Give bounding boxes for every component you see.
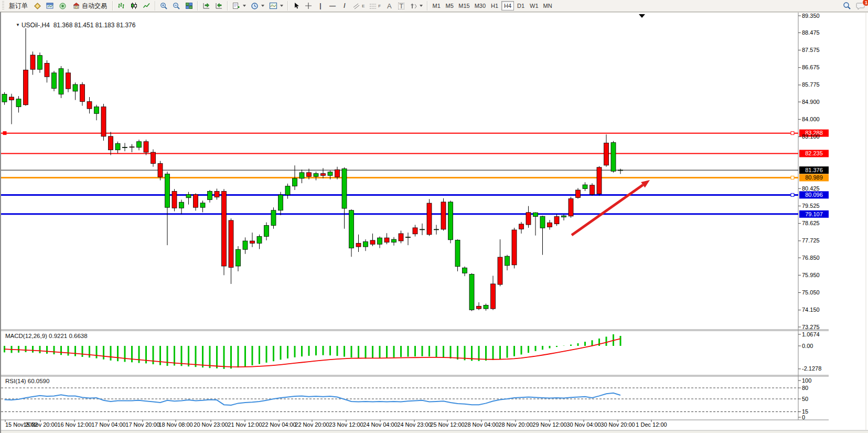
periods-button[interactable] xyxy=(249,1,266,11)
label-tool[interactable]: T xyxy=(395,1,407,11)
line-chart-icon[interactable] xyxy=(141,1,153,11)
svg-text:22 Nov 04:00: 22 Nov 04:00 xyxy=(262,421,296,428)
svg-text:86.675: 86.675 xyxy=(802,64,820,70)
crosshair-tool[interactable] xyxy=(303,1,314,11)
svg-text:17 Nov 20:00: 17 Nov 20:00 xyxy=(125,421,159,428)
svg-text:30 Nov 04:00: 30 Nov 04:00 xyxy=(566,421,601,428)
svg-text:73.275: 73.275 xyxy=(802,324,820,330)
svg-text:21 Nov 12:00: 21 Nov 12:00 xyxy=(228,421,262,428)
autotrade-button[interactable]: 自动交易 xyxy=(69,1,110,11)
svg-text:77.725: 77.725 xyxy=(802,237,820,244)
auto-scroll-icon[interactable] xyxy=(200,1,212,11)
bar-chart-icon[interactable] xyxy=(115,1,127,11)
svg-text:29 Nov 12:00: 29 Nov 12:00 xyxy=(532,421,566,428)
fibonacci-label: F xyxy=(378,4,381,8)
timeframe-W1[interactable]: W1 xyxy=(528,1,541,10)
toolbar-separator xyxy=(227,1,228,10)
svg-text:85.775: 85.775 xyxy=(802,81,820,88)
rsi-label: RSI(14) 60.0590 xyxy=(5,378,49,384)
line-handle[interactable] xyxy=(3,132,6,135)
shapes-icon xyxy=(410,3,417,9)
toolbar-grip xyxy=(2,1,4,10)
chart-title: ▼USOil-,H4 81.368 81.451 81.183 81.376 xyxy=(5,14,135,36)
candlestick-icon[interactable] xyxy=(128,1,140,11)
timeframe-H4[interactable]: H4 xyxy=(501,1,514,10)
svg-text:75.050: 75.050 xyxy=(802,289,820,295)
svg-text:75.950: 75.950 xyxy=(802,272,820,278)
crosshair-icon xyxy=(305,2,312,9)
svg-text:25 Nov 12:00: 25 Nov 12:00 xyxy=(430,421,464,428)
tile-windows-icon[interactable] xyxy=(183,1,195,11)
chevron-down-icon xyxy=(261,5,264,7)
svg-text:24 Nov 23:00: 24 Nov 23:00 xyxy=(397,421,431,428)
text-icon: A xyxy=(387,2,392,10)
zoom-in-icon[interactable] xyxy=(158,1,170,11)
svg-text:87.575: 87.575 xyxy=(802,47,820,53)
trendline-icon: / xyxy=(344,2,345,9)
chart-shift-icon[interactable] xyxy=(213,1,225,11)
scroll-shift-marker-icon xyxy=(639,14,645,18)
line-handle[interactable] xyxy=(791,132,794,135)
macd-panel: 1.06740.00-2.1278 xyxy=(5,331,822,372)
svg-text:0: 0 xyxy=(802,414,805,420)
timeframe-H1[interactable]: H1 xyxy=(488,1,501,10)
timeframe-M1[interactable]: M1 xyxy=(430,1,443,10)
time-axis[interactable]: 15 Nov 202215 Nov 20:0016 Nov 12:0017 No… xyxy=(5,420,667,428)
data-window-icon[interactable] xyxy=(44,1,56,11)
svg-text:17 Nov 04:00: 17 Nov 04:00 xyxy=(91,421,125,428)
text-tool[interactable]: A xyxy=(383,1,395,11)
svg-text:79.107: 79.107 xyxy=(805,211,823,217)
svg-text:80.425: 80.425 xyxy=(802,185,820,192)
svg-text:88.475: 88.475 xyxy=(802,29,820,36)
line-handle[interactable] xyxy=(791,176,794,179)
chat-badge[interactable]: 1 xyxy=(862,0,868,6)
channel-label: E xyxy=(362,4,365,8)
svg-text:80.096: 80.096 xyxy=(805,192,823,198)
line-handle[interactable] xyxy=(791,193,794,196)
search-icon[interactable] xyxy=(841,1,853,11)
horizontal-lines-layer[interactable]: 83.28882.23581.37680.98980.09679.107 xyxy=(1,130,829,218)
cursor-tool[interactable] xyxy=(291,1,302,11)
channel-icon xyxy=(353,3,360,9)
channel-tool[interactable]: E xyxy=(351,1,367,11)
new-chart-button[interactable] xyxy=(230,1,248,11)
market-watch-icon[interactable] xyxy=(31,1,44,11)
fibonacci-tool[interactable]: F xyxy=(367,1,383,11)
chart-window[interactable]: 83.28882.23581.37680.98980.09679.107 89.… xyxy=(0,12,868,433)
svg-text:30 Nov 20:00: 30 Nov 20:00 xyxy=(601,421,635,428)
toolbar-separator xyxy=(287,1,288,10)
chart-symbol: USOil-,H4 xyxy=(22,22,50,29)
new-chart-icon xyxy=(232,2,240,9)
collapse-triangle-icon: ▼ xyxy=(16,23,20,27)
autotrade-label: 自动交易 xyxy=(82,2,107,10)
candlesticks-layer xyxy=(2,28,623,311)
zoom-out-icon[interactable] xyxy=(170,1,183,11)
indicators-button[interactable] xyxy=(267,1,285,11)
navigator-icon[interactable] xyxy=(57,1,69,11)
timeframe-M15[interactable]: M15 xyxy=(456,1,471,10)
new-order-button[interactable]: 新订单 xyxy=(6,1,31,11)
toolbar-separator xyxy=(197,1,198,10)
svg-text:20 Nov 23:00: 20 Nov 23:00 xyxy=(194,421,228,428)
horizontal-line-tool[interactable]: — xyxy=(327,1,338,11)
arrows-tool[interactable] xyxy=(408,1,425,11)
trendline-tool[interactable]: / xyxy=(339,1,350,11)
toolbar-separator xyxy=(112,1,113,10)
svg-text:79.525: 79.525 xyxy=(802,203,820,209)
svg-text:84.000: 84.000 xyxy=(802,116,820,122)
chart-canvas[interactable]: 83.28882.23581.37680.98980.09679.107 89.… xyxy=(1,12,868,433)
svg-text:82.235: 82.235 xyxy=(805,150,823,156)
svg-text:28 Nov 20:00: 28 Nov 20:00 xyxy=(498,421,532,428)
svg-text:89.350: 89.350 xyxy=(802,13,820,19)
rsi-panel: 1008050150 xyxy=(1,377,811,420)
cursor-icon xyxy=(293,2,300,9)
timeframe-M30[interactable]: M30 xyxy=(473,1,488,10)
svg-text:28 Nov 04:00: 28 Nov 04:00 xyxy=(464,421,498,428)
timeframe-M5[interactable]: M5 xyxy=(443,1,456,10)
chevron-down-icon xyxy=(280,5,283,7)
timeframe-D1[interactable]: D1 xyxy=(515,1,527,10)
timeframe-MN[interactable]: MN xyxy=(541,1,554,10)
chart-ohlc-values: 81.368 81.451 81.183 81.376 xyxy=(53,22,136,29)
svg-text:80.989: 80.989 xyxy=(805,174,823,181)
vertical-line-tool[interactable]: | xyxy=(315,1,326,11)
